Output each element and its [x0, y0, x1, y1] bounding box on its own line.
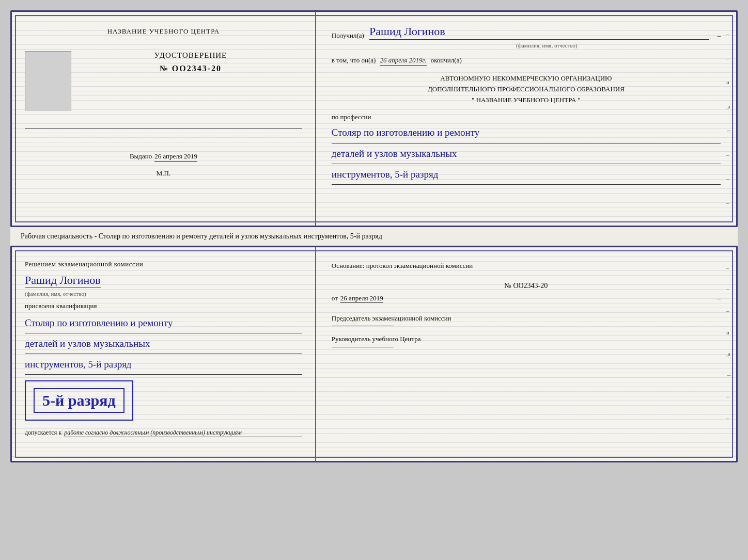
org-line3: " НАЗВАНИЕ УЧЕБНОГО ЦЕНТРА " — [332, 95, 721, 106]
qual-line2: деталей и узлов музыкальных — [25, 335, 302, 354]
completed-label1: в том, что он(а) — [332, 56, 376, 65]
cert-title-block: УДОСТОВЕРЕНИЕ № OO2343-20 — [79, 51, 302, 84]
cert-title: УДОСТОВЕРЕНИЕ — [79, 51, 302, 60]
bottom-cert-side-dashes: – – – и ,а ← – – – — [726, 247, 732, 461]
dash-after-name: – — [717, 31, 721, 40]
protocol-date: от 26 апреля 2019 – — [332, 294, 721, 303]
top-cert-left-panel: НАЗВАНИЕ УЧЕБНОГО ЦЕНТРА УДОСТОВЕРЕНИЕ №… — [12, 12, 316, 226]
issued-label: Выдано — [130, 152, 152, 161]
completed-line: в том, что он(а) 26 апреля 2019г. окончи… — [332, 56, 721, 66]
director-signature-line — [332, 347, 394, 347]
cert-issued-line: Выдано 26 апреля 2019 — [130, 152, 197, 162]
recipient-sub: (фамилия, имя, отчество) — [373, 42, 721, 49]
date-value: 26 апреля 2019 — [340, 294, 383, 303]
org-block: АВТОНОМНУЮ НЕКОММЕРЧЕСКУЮ ОРГАНИЗАЦИЮ ДО… — [332, 73, 721, 105]
director-block: Руководитель учебного Центра — [332, 334, 721, 347]
profession-line3: инструментов, 5-й разряд — [332, 166, 721, 185]
completed-date: 26 апреля 2019г. — [380, 56, 426, 66]
bottom-certificate: Решением экзаменационной комиссии Рашид … — [10, 246, 738, 462]
date-dash: – — [717, 294, 721, 302]
chairman-signature-line — [332, 326, 394, 326]
date-label: от — [332, 294, 338, 302]
bottom-fio-sub: (фамилия, имя, отчество) — [25, 291, 302, 297]
bottom-person-name: Рашид Логинов — [25, 274, 101, 287]
issued-date: 26 апреля 2019 — [154, 152, 197, 162]
org-line2: ДОПОЛНИТЕЛЬНОГО ПРОФЕССИОНАЛЬНОГО ОБРАЗО… — [332, 84, 721, 95]
bottom-cert-right-panel: Основание: протокол экзаменационной коми… — [316, 247, 736, 461]
cert-left-content: УДОСТОВЕРЕНИЕ № OO2343-20 — [25, 51, 302, 121]
profession-line1: Столяр по изготовлению и ремонту — [332, 124, 721, 143]
allowed-text: работе согласно должностным (производств… — [64, 429, 302, 437]
middle-strip-text: Рабочая специальность - Столяр по изгото… — [21, 232, 382, 240]
photo-placeholder — [25, 51, 71, 110]
org-line1: АВТОНОМНУЮ НЕКОММЕРЧЕСКУЮ ОРГАНИЗАЦИЮ — [332, 73, 721, 84]
mp-label: М.П. — [157, 169, 170, 178]
qualification-label: присвоена квалификация — [25, 302, 302, 310]
recipient-label: Получил(а) — [332, 31, 364, 40]
completed-label2: окончил(а) — [431, 56, 462, 65]
basis-label: Основание: протокол экзаменационной коми… — [332, 260, 721, 271]
profession-text: Столяр по изготовлению и ремонту деталей… — [332, 124, 721, 185]
rank-highlight: 5-й разряд — [34, 388, 124, 413]
chairman-block: Председатель экзаменационной комиссии — [332, 313, 721, 327]
decision-text: Решением экзаменационной комиссии — [25, 260, 302, 268]
page-wrapper: НАЗВАНИЕ УЧЕБНОГО ЦЕНТРА УДОСТОВЕРЕНИЕ №… — [10, 10, 738, 462]
recipient-name: Рашид Логинов — [369, 25, 710, 40]
qual-line1: Столяр по изготовлению и ремонту — [25, 314, 302, 333]
chairman-label: Председатель экзаменационной комиссии — [332, 313, 721, 324]
protocol-number: № OO2343-20 — [332, 282, 721, 290]
top-cert-right-panel: Получил(а) Рашид Логинов – (фамилия, имя… — [316, 12, 736, 226]
director-label: Руководитель учебного Центра — [332, 334, 721, 344]
middle-strip: Рабочая специальность - Столяр по изгото… — [10, 227, 738, 246]
top-certificate: НАЗВАНИЕ УЧЕБНОГО ЦЕНТРА УДОСТОВЕРЕНИЕ №… — [10, 10, 738, 227]
profession-line2: деталей и узлов музыкальных — [332, 145, 721, 164]
qualification-text: Столяр по изготовлению и ремонту деталей… — [25, 314, 302, 375]
top-cert-school-name: НАЗВАНИЕ УЧЕБНОГО ЦЕНТРА — [107, 27, 220, 36]
profession-label: по профессии — [332, 113, 721, 121]
top-cert-side-dashes: – – и ,а ← – – – — [726, 12, 732, 226]
allowed-label: допускается к — [25, 429, 61, 437]
recipient-line: Получил(а) Рашид Логинов – — [332, 25, 721, 40]
allowed-line: допускается к работе согласно должностны… — [25, 429, 302, 437]
cert-number: № OO2343-20 — [79, 64, 302, 73]
qual-line3: инструментов, 5-й разряд — [25, 356, 302, 375]
bottom-cert-left-panel: Решением экзаменационной комиссии Рашид … — [12, 247, 316, 461]
